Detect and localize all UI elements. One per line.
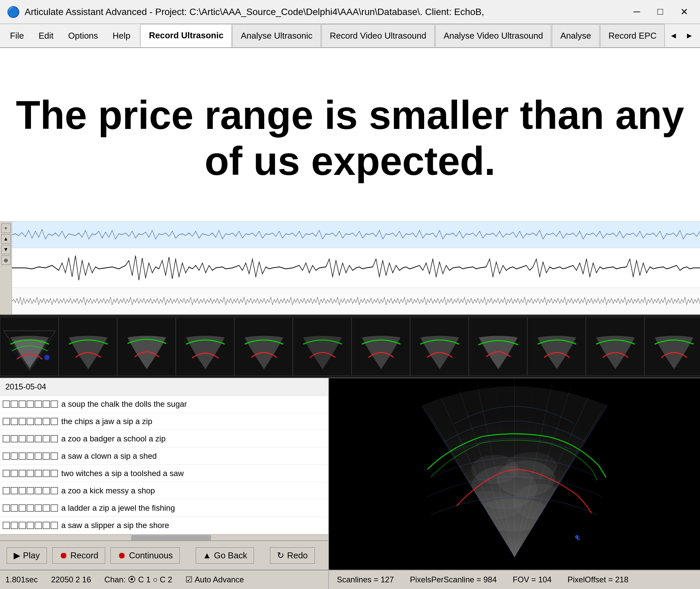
checkbox-1[interactable] — [11, 452, 18, 460]
checkbox-1[interactable] — [11, 470, 18, 477]
go-back-button[interactable]: ▲ Go Back — [196, 547, 254, 564]
maximize-button[interactable]: □ — [652, 5, 668, 19]
checkbox-5[interactable] — [43, 505, 50, 512]
checkbox-6[interactable] — [51, 418, 58, 425]
redo-button[interactable]: ↻ Redo — [270, 547, 315, 564]
tab-scroll-left[interactable]: ◄ — [665, 24, 681, 47]
checkbox-5[interactable] — [43, 452, 50, 460]
checkbox-2[interactable] — [19, 400, 26, 408]
menu-edit[interactable]: Edit — [31, 24, 61, 47]
thumb-item-10[interactable] — [527, 317, 586, 376]
thumb-item-9[interactable] — [469, 317, 527, 376]
zoom-in-button[interactable]: + — [1, 223, 11, 233]
checkbox-5[interactable] — [43, 487, 50, 495]
checkbox-2[interactable] — [19, 435, 26, 442]
minimize-button[interactable]: ─ — [628, 5, 645, 19]
sentence-row[interactable]: a saw a clown a sip a shed — [0, 447, 328, 465]
play-button[interactable]: ▶ Play — [7, 547, 47, 564]
checkbox-4[interactable] — [35, 418, 42, 425]
checkbox-2[interactable] — [19, 452, 26, 460]
checkbox-0[interactable] — [3, 452, 10, 460]
zoom-down-button[interactable]: ▼ — [1, 245, 11, 254]
tab-analyse-video-ultrasound[interactable]: Analyse Video Ultrasound — [435, 24, 552, 47]
menu-options[interactable]: Options — [61, 24, 105, 47]
checkbox-3[interactable] — [27, 400, 34, 408]
sentence-row[interactable]: a zoo a kick messy a shop — [0, 482, 328, 500]
checkbox-5[interactable] — [43, 470, 50, 477]
checkbox-6[interactable] — [51, 400, 58, 408]
zoom-fit-button[interactable]: ⊕ — [1, 255, 11, 265]
checkbox-0[interactable] — [3, 505, 10, 512]
checkbox-5[interactable] — [43, 435, 50, 442]
checkbox-6[interactable] — [51, 487, 58, 495]
sentence-list[interactable]: a soup the chalk the dolls the sugarthe … — [0, 395, 328, 534]
checkbox-1[interactable] — [11, 487, 18, 495]
thumb-item-11[interactable] — [586, 317, 644, 376]
checkbox-3[interactable] — [27, 487, 34, 495]
checkbox-1[interactable] — [11, 435, 18, 442]
checkbox-4[interactable] — [35, 470, 42, 477]
checkbox-3[interactable] — [27, 505, 34, 512]
checkbox-6[interactable] — [51, 470, 58, 477]
sentence-row[interactable]: a saw a slipper a sip the shore — [0, 517, 328, 534]
waveform-canvas[interactable] — [12, 221, 700, 315]
chan1-radio[interactable]: ⦿ C 1 — [128, 575, 150, 584]
sentence-row[interactable]: a soup the chalk the dolls the sugar — [0, 395, 328, 413]
checkbox-1[interactable] — [11, 522, 18, 529]
continuous-button[interactable]: ⏺ Continuous — [110, 547, 180, 564]
menu-help[interactable]: Help — [105, 24, 137, 47]
tab-record-ultrasonic[interactable]: Record Ultrasonic — [140, 24, 232, 47]
sentence-row[interactable]: the chips a jaw a sip a zip — [0, 413, 328, 430]
checkbox-1[interactable] — [11, 400, 18, 408]
checkbox-4[interactable] — [35, 400, 42, 408]
checkbox-3[interactable] — [27, 418, 34, 425]
thumb-item-8[interactable] — [410, 317, 469, 376]
thumb-item-6[interactable] — [293, 317, 351, 376]
checkbox-2[interactable] — [19, 470, 26, 477]
checkbox-1[interactable] — [11, 418, 18, 425]
checkbox-1[interactable] — [11, 505, 18, 512]
thumb-item-4[interactable] — [176, 317, 234, 376]
checkbox-3[interactable] — [27, 522, 34, 529]
checkbox-0[interactable] — [3, 487, 10, 495]
checkbox-6[interactable] — [51, 505, 58, 512]
checkbox-0[interactable] — [3, 418, 10, 425]
checkbox-3[interactable] — [27, 470, 34, 477]
thumb-item-5[interactable] — [234, 317, 293, 376]
thumb-item-2[interactable] — [59, 317, 117, 376]
checkbox-4[interactable] — [35, 505, 42, 512]
checkbox-2[interactable] — [19, 418, 26, 425]
thumb-item-12[interactable] — [644, 317, 700, 376]
checkbox-0[interactable] — [3, 522, 10, 529]
checkbox-0[interactable] — [3, 435, 10, 442]
thumb-item-7[interactable] — [351, 317, 410, 376]
checkbox-6[interactable] — [51, 522, 58, 529]
sentence-row[interactable]: two witches a sip a toolshed a saw — [0, 465, 328, 482]
thumb-item-3[interactable] — [117, 317, 176, 376]
menu-file[interactable]: File — [3, 24, 31, 47]
checkbox-0[interactable] — [3, 470, 10, 477]
checkbox-3[interactable] — [27, 435, 34, 442]
checkbox-4[interactable] — [35, 522, 42, 529]
scrollbar-thumb[interactable] — [131, 535, 211, 540]
sentence-row[interactable]: a zoo a badger a school a zip — [0, 430, 328, 447]
checkbox-0[interactable] — [3, 400, 10, 408]
record-button[interactable]: ⏺ Record — [52, 547, 105, 564]
chan2-radio[interactable]: ○ C 2 — [153, 575, 172, 584]
checkbox-2[interactable] — [19, 522, 26, 529]
checkbox-2[interactable] — [19, 505, 26, 512]
zoom-up-button[interactable]: ▲ — [1, 234, 11, 243]
thumb-item-1[interactable] — [0, 317, 59, 376]
tab-scroll-right[interactable]: ► — [681, 24, 697, 47]
checkbox-6[interactable] — [51, 452, 58, 460]
checkbox-3[interactable] — [27, 452, 34, 460]
tab-analyse[interactable]: Analyse — [552, 24, 600, 47]
checkbox-4[interactable] — [35, 487, 42, 495]
tab-record-epc[interactable]: Record EPC — [600, 24, 665, 47]
tab-analyse-ultrasonic[interactable]: Analyse Ultrasonic — [232, 24, 321, 47]
checkbox-5[interactable] — [43, 418, 50, 425]
checkbox-6[interactable] — [51, 435, 58, 442]
checkbox-5[interactable] — [43, 400, 50, 408]
checkbox-4[interactable] — [35, 452, 42, 460]
checkbox-2[interactable] — [19, 487, 26, 495]
